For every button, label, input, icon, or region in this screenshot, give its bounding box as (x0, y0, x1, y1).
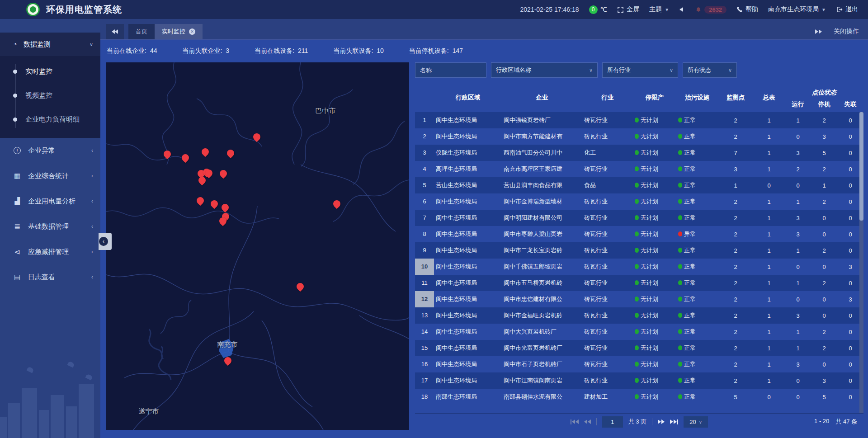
status-dot-icon (635, 118, 639, 122)
sidebar-subitem[interactable]: 企业电力负荷明细 (0, 108, 100, 132)
table-row[interactable]: 9 阆中生态环境局 阆中市二龙长宝页岩砖 砖瓦行业 无计划 正常 (415, 242, 863, 259)
map-pin-icon[interactable] (196, 197, 204, 205)
table-row[interactable]: 15 阆中生态环境局 阆中市光富页岩机砖厂 砖瓦行业 无计划 正常 (415, 340, 863, 356)
treatment-label: 正常 (684, 117, 696, 123)
row-index: 13 (415, 307, 434, 324)
table-row[interactable]: 11 阆中生态环境局 阆中市五马桥页岩机砖 砖瓦行业 无计划 正常 (415, 275, 863, 291)
map-pin-icon[interactable] (221, 204, 229, 212)
map-pin-icon[interactable] (210, 200, 218, 208)
tabs-scroll-left-button[interactable] (106, 24, 124, 39)
mute-button[interactable] (679, 6, 685, 13)
cell-region: 阆中生态环境局 (434, 116, 502, 124)
table-row[interactable]: 13 阆中生态环境局 阆中市金福旺页岩机砖 砖瓦行业 无计划 正常 (415, 307, 863, 324)
sidebar-item-label: 企业异常 (28, 146, 55, 155)
help-button[interactable]: 帮助 (736, 5, 758, 14)
table-row[interactable]: 1 阆中生态环境局 阆中强锐页岩砖厂 砖瓦行业 无计划 正常 2 (415, 112, 863, 128)
tab-home[interactable]: 首页 (128, 24, 155, 39)
map-pin-icon[interactable] (219, 217, 227, 226)
table-row[interactable]: 14 阆中生态环境局 阆中大兴页岩机砖厂 砖瓦行业 无计划 正常 (415, 324, 863, 340)
last-page-button[interactable] (670, 419, 678, 424)
name-search-input[interactable] (415, 62, 486, 78)
sidebar-item[interactable]: 基础数据管理 ‹ (0, 214, 100, 239)
close-operations-button[interactable]: 关闭操作 (834, 28, 859, 36)
cell-run: 1 (785, 247, 811, 254)
page-size-select[interactable]: 20 ∨ (684, 416, 708, 428)
sidebar-subitem[interactable]: 实时监控 (0, 60, 100, 84)
map-pin-icon[interactable] (205, 170, 213, 178)
cell-region: 阆中生态环境局 (434, 295, 502, 303)
table-row[interactable]: 16 阆中生态环境局 阆中市石子页岩机砖厂 砖瓦行业 无计划 正常 (415, 356, 863, 372)
first-page-button[interactable] (571, 419, 579, 424)
chevron-left-icon: ‹ (91, 198, 93, 204)
fullscreen-button[interactable]: 全屏 (617, 5, 639, 14)
map-pin-icon[interactable] (296, 283, 304, 291)
table-row[interactable]: 5 营山生态环境局 营山县润丰肉食品有限 食品 无计划 正常 1 (415, 177, 863, 193)
table-row[interactable]: 2 阆中生态环境局 阆中市南方节能建材有 砖瓦行业 无计划 正常 (415, 128, 863, 145)
table-scrollbar[interactable] (859, 112, 863, 413)
map-pin-icon[interactable] (253, 133, 261, 141)
row-index: 16 (415, 356, 434, 372)
map-pin-icon[interactable] (163, 151, 171, 159)
divider (596, 418, 597, 425)
tabs-scroll-right-button[interactable] (815, 29, 822, 34)
map-panel[interactable]: 巴中市 南充市 遂宁市 (106, 62, 409, 430)
map-collapse-handle[interactable]: ‹ (99, 233, 112, 250)
cell-total-meter: 1 (753, 166, 785, 173)
map-pin-icon[interactable] (198, 177, 206, 185)
stop-limit-label: 无计划 (641, 165, 658, 172)
map-pin-icon[interactable] (181, 154, 189, 162)
tab-realtime-monitoring[interactable]: 实时监控 ✕ (155, 24, 203, 39)
stats-bar: 当前在线企业: 44 当前失联企业: 3 当前在线设备: 211 当前失联设备:… (100, 40, 868, 62)
table-row[interactable]: 6 阆中生态环境局 阆中市金博瑞新型墙材 砖瓦行业 无计划 正常 (415, 193, 863, 210)
organization-dropdown[interactable]: 南充市生态环境局 ▼ (768, 5, 826, 14)
table-row[interactable]: 12 阆中生态环境局 阆中市忠信建材有限公 砖瓦行业 无计划 正常 (415, 291, 863, 307)
theme-dropdown[interactable]: 主题 ▼ (649, 5, 669, 14)
sidebar-item[interactable]: 应急减排管理 ‹ (0, 239, 100, 264)
stop-limit-label: 无计划 (641, 312, 658, 319)
table-row[interactable]: 4 高坪生态环境局 南充市高坪区王家店建 砖瓦行业 无计划 正常 (415, 161, 863, 177)
scrollbar-thumb[interactable] (859, 112, 863, 221)
sidebar-item-data-monitoring[interactable]: ◔ 数据监测 ∨ (0, 33, 100, 56)
logout-button[interactable]: 退出 (836, 5, 858, 14)
enterprise-table: 行政区域 企业 行业 停限产 治污设施 监测点 总表 点位状态 运行 停机 失联 (415, 83, 863, 413)
map-pin-icon[interactable] (219, 170, 227, 178)
sidebar-item[interactable]: 企业异常 ‹ (0, 138, 100, 163)
sidebar-item[interactable]: 日志查看 ‹ (0, 264, 100, 290)
cell-stop-limit: 无计划 (633, 393, 676, 401)
stop-limit-label: 无计划 (641, 377, 658, 384)
cell-stop-limit: 无计划 (633, 263, 676, 271)
map-pin-icon[interactable] (226, 150, 235, 158)
cell-stop-limit: 无计划 (633, 198, 676, 206)
next-page-button[interactable] (658, 419, 665, 424)
page-number-input[interactable] (602, 416, 623, 428)
cell-stop-limit: 无计划 (633, 279, 676, 287)
map-pin-icon[interactable] (224, 357, 232, 365)
table-row[interactable]: 17 阆中生态环境局 阆中市江南镇阆南页岩 砖瓦行业 无计划 正常 (415, 372, 863, 389)
sidebar-subitem[interactable]: 视频监控 (0, 84, 100, 108)
table-row[interactable]: 3 仪陇生态环境局 西南油气田分公司川中 化工 无计划 正常 7 (415, 145, 863, 161)
stat-item: 当前在线企业: 44 (107, 47, 157, 55)
col-stop: 停机 (811, 100, 837, 108)
sidebar-item[interactable]: 企业用电量分析 ‹ (0, 188, 100, 214)
next-page-icon (661, 419, 665, 424)
sidebar-item[interactable]: 企业综合统计 ‹ (0, 163, 100, 188)
datetime: 2021-02-25 17:46:18 (520, 6, 579, 13)
table-row[interactable]: 10 阆中生态环境局 阆中千佛镇五郎垭页岩 砖瓦行业 无计划 正常 (415, 259, 863, 275)
cell-company: 阆中市光富页岩机砖厂 (502, 344, 582, 352)
map-pin-icon[interactable] (333, 200, 341, 208)
status-select[interactable]: 所有状态 ∨ (683, 62, 737, 78)
industry-select[interactable]: 所有行业 ∨ (602, 62, 678, 78)
close-icon[interactable]: ✕ (189, 28, 195, 35)
table-row[interactable]: 8 阆中生态环境局 阆中市枣碧大梁山页岩 砖瓦行业 无计划 异常 (415, 226, 863, 242)
cell-monitor-points: 2 (718, 231, 753, 238)
notifications-button[interactable]: 2632 (695, 6, 726, 14)
tab-label: 首页 (136, 28, 147, 36)
sidebar-item-icon (13, 248, 22, 256)
region-select[interactable]: 行政区域名称 ∨ (491, 62, 598, 78)
bullet-dot-icon (13, 94, 17, 98)
status-dot-icon (678, 231, 682, 236)
table-row[interactable]: 18 南部生态环境局 南部县砌佳水泥有限公 建材加工 无计划 正常 (415, 389, 863, 405)
table-row[interactable]: 7 阆中生态环境局 阆中明阳建材有限公司 砖瓦行业 无计划 正常 (415, 210, 863, 226)
prev-page-button[interactable] (584, 419, 591, 424)
map-pin-icon[interactable] (201, 148, 209, 156)
